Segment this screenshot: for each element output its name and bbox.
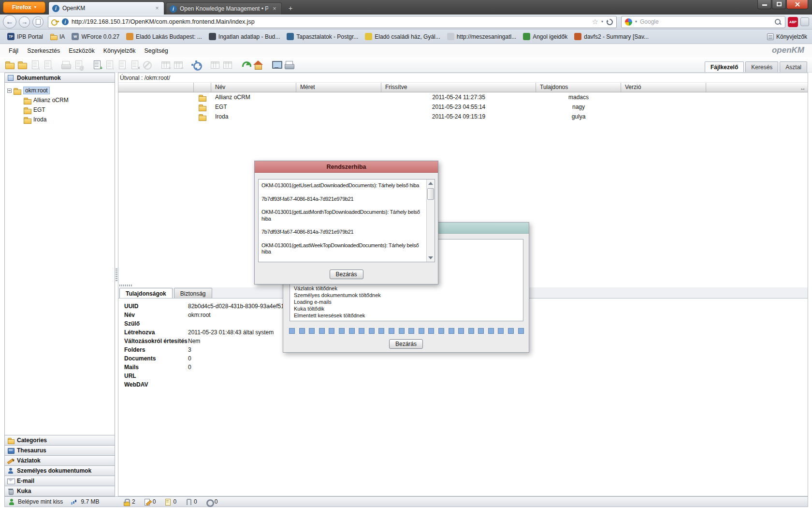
table-row[interactable]: Iroda 2011-05-24 09:15:19 gulya xyxy=(118,112,808,121)
new-tab-button[interactable]: + xyxy=(284,4,297,14)
view-tab-asztal[interactable]: Asztal xyxy=(780,61,807,72)
bookmarks-items: TFIPB PortalIAWWForce 0.0.27Eladó Lakás … xyxy=(4,31,652,42)
print-document-icon[interactable] xyxy=(284,60,294,70)
statusbar-counters: 2 0 0 0 0 xyxy=(123,498,218,506)
splitter-grip[interactable] xyxy=(119,284,132,286)
tab-biztonsag[interactable]: Biztonság xyxy=(174,288,212,298)
tab-tulajdonsagok[interactable]: Tulajdonságok xyxy=(119,288,173,298)
column-header-tulajdonos[interactable]: Tulajdonos xyxy=(536,83,621,92)
edit-document-icon xyxy=(144,498,151,506)
error-close-button[interactable]: Bezárás xyxy=(329,269,363,279)
tree-item-label[interactable]: Iroda xyxy=(33,116,46,123)
menu-item-segitseg[interactable]: Segítség xyxy=(144,47,168,54)
search-engine-dropdown-icon[interactable]: ▾ xyxy=(635,20,637,24)
documents-panel-header[interactable]: Dokumentumok xyxy=(5,73,115,83)
bookmark-item[interactable]: Angol igeidők xyxy=(520,31,571,42)
reload-icon[interactable] xyxy=(606,18,613,26)
table-row[interactable]: Allianz oCRM 2011-05-24 11:27:35 madacs xyxy=(118,92,808,102)
search-icon[interactable] xyxy=(774,18,782,26)
column-header-icon[interactable] xyxy=(194,83,211,92)
cell-name[interactable]: EGT xyxy=(211,104,296,110)
minimize-button[interactable] xyxy=(757,0,771,9)
tree-root-row[interactable]: okm:root xyxy=(7,86,115,95)
sidebar-panel-categories[interactable]: Categories xyxy=(5,435,115,445)
sidebar-panel-thesaurus[interactable]: Thesaurus xyxy=(5,445,115,455)
refresh-icon[interactable] xyxy=(241,60,250,70)
bookmarks-button-label: Könyvjelzők xyxy=(776,33,807,40)
tree-item-label[interactable]: Allianz oCRM xyxy=(33,97,69,104)
export-icon[interactable] xyxy=(272,60,281,70)
menu-item-fajl[interactable]: Fájl xyxy=(9,47,18,54)
bookmark-item[interactable]: Ingatlan adatlap - Bud... xyxy=(205,31,283,42)
search-box[interactable]: ▾ Google xyxy=(621,16,785,28)
urlbar-dropdown-icon[interactable]: ▾ xyxy=(601,20,603,24)
menu-item-szerkesztes[interactable]: Szerkesztés xyxy=(27,47,60,54)
tab-close-icon[interactable]: × xyxy=(154,5,160,12)
forward-button[interactable]: → xyxy=(19,16,30,28)
tree-item[interactable]: Allianz oCRM xyxy=(24,95,115,105)
sidebar-panel-email[interactable]: E-mail xyxy=(5,476,115,486)
view-tabs: Fájlkezelő Keresés Asztal xyxy=(703,61,807,72)
scrollbar[interactable] xyxy=(426,179,435,262)
add-document-icon[interactable]: + xyxy=(92,60,102,70)
bookmark-item[interactable]: WWForce 0.0.27 xyxy=(68,31,123,42)
url-bar[interactable]: i http://192.168.150.17/OpenKM/com.openk… xyxy=(48,16,617,28)
column-header-verzio[interactable]: Verzió xyxy=(621,83,706,92)
tree-item-label[interactable]: EGT xyxy=(33,106,45,113)
tree-item[interactable]: EGT xyxy=(24,105,115,115)
tree-item[interactable]: Iroda xyxy=(24,115,115,124)
start-workflow-icon[interactable] xyxy=(191,60,201,70)
maximize-button[interactable] xyxy=(772,0,786,9)
bookmark-item[interactable]: http://meszesaningatl... xyxy=(444,31,520,42)
bookmark-star-icon[interactable]: ☆ xyxy=(592,17,598,26)
loading-close-button[interactable]: Bezárás xyxy=(389,339,423,349)
url-text[interactable]: http://192.168.150.17/OpenKM/com.openkm.… xyxy=(72,18,589,25)
panel-label: E-mail xyxy=(17,478,34,484)
collapse-icon[interactable] xyxy=(7,89,12,93)
bookmark-item[interactable]: Eladó családi ház, Gyál... xyxy=(362,31,443,42)
sidebar-panel-vazlatok[interactable]: Vázlatok xyxy=(5,455,115,465)
view-tab-kereses[interactable]: Keresés xyxy=(745,61,778,72)
column-header-meret[interactable]: Méret xyxy=(296,83,381,92)
table-row[interactable]: EGT 2011-05-23 04:55:14 nagy xyxy=(118,102,808,112)
adblock-icon[interactable]: ABP xyxy=(788,17,798,27)
bookmark-label: Ingatlan adatlap - Bud... xyxy=(218,33,280,40)
column-resize-icon[interactable]: ↔ xyxy=(800,85,806,91)
addon-icon[interactable] xyxy=(800,17,809,26)
tab-open-knowledge-management[interactable]: i Open Knowledge Management • Pos... × xyxy=(166,2,282,15)
create-folder-icon[interactable] xyxy=(5,60,14,70)
splitter-grip[interactable] xyxy=(116,269,117,281)
close-button[interactable] xyxy=(786,0,808,9)
sidebar-panel-kuka[interactable]: Kuka xyxy=(5,486,115,496)
column-header-blank[interactable] xyxy=(118,83,194,92)
cell-name[interactable]: Iroda xyxy=(211,113,296,120)
back-button[interactable]: ← xyxy=(3,15,16,29)
find-folder-icon[interactable] xyxy=(17,60,27,70)
column-header-nev[interactable]: Név xyxy=(211,83,296,92)
bookmark-item[interactable]: davfs2 - Summary [Sav... xyxy=(571,31,652,42)
scroll-up-icon[interactable] xyxy=(428,182,433,185)
menu-item-eszkozok[interactable]: Eszközök xyxy=(69,47,95,54)
error-dialog-header[interactable]: Rendszerhiba xyxy=(255,161,438,173)
tab-close-icon[interactable]: × xyxy=(271,5,278,12)
page-tool-button[interactable] xyxy=(32,16,44,28)
bookmark-item[interactable]: Eladó Lakás Budapest: ... xyxy=(123,31,205,42)
view-tab-fajlkezelo[interactable]: Fájlkezelő xyxy=(705,61,744,72)
column-header-frissitve[interactable]: Frissítve xyxy=(381,83,536,92)
scrollbar-thumb[interactable] xyxy=(427,188,434,200)
sidebar-panel-szemelyes-dokumentumok[interactable]: Személyes dokumentumok xyxy=(5,465,115,476)
menu-item-konyvjelzok[interactable]: Könyvjelzők xyxy=(103,47,136,54)
scroll-down-icon[interactable] xyxy=(428,256,433,259)
cell-name[interactable]: Allianz oCRM xyxy=(211,94,296,101)
bookmark-item[interactable]: Tapasztalatok - Postgr... xyxy=(283,31,362,42)
tree-root-label[interactable]: okm:root xyxy=(23,87,50,94)
firefox-menu-button[interactable]: Firefox ▾ xyxy=(3,1,45,13)
bookmark-item[interactable]: IA xyxy=(46,31,68,42)
user-home-icon[interactable] xyxy=(253,60,263,70)
property-row: URL xyxy=(124,372,808,380)
tab-openkm[interactable]: i OpenKM × xyxy=(48,1,164,15)
minimize-icon xyxy=(762,4,767,6)
back-icon: ← xyxy=(6,17,14,26)
bookmarks-menu-button[interactable]: Könyvjelzők xyxy=(764,31,808,42)
bookmark-item[interactable]: TFIPB Portal xyxy=(4,31,46,42)
